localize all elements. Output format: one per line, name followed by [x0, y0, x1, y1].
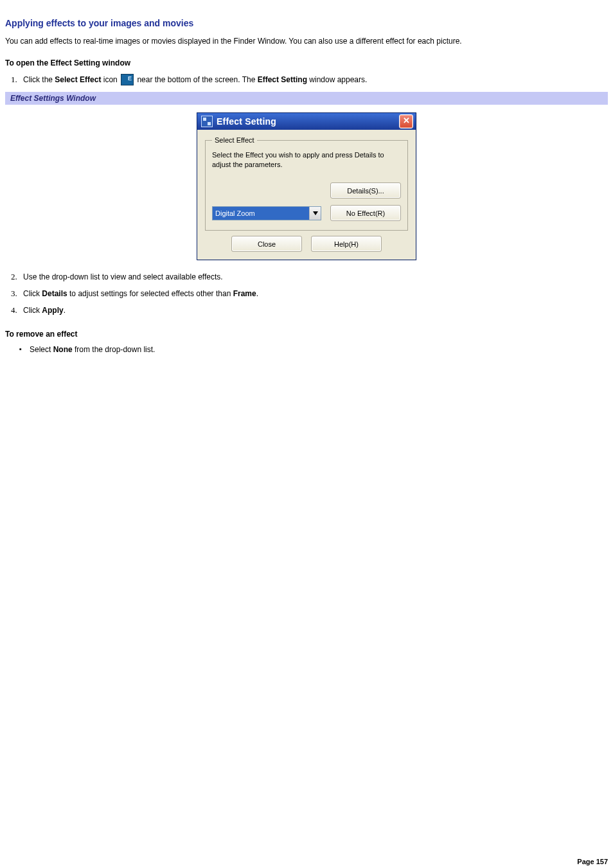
- step3-b2: Frame: [233, 289, 256, 298]
- step4-pre: Click: [23, 306, 42, 315]
- group-legend: Select Effect: [212, 136, 257, 144]
- no-effect-button[interactable]: No Effect(R): [330, 205, 401, 221]
- step4-tail: .: [64, 306, 66, 315]
- close-button[interactable]: Close: [231, 236, 302, 252]
- step1-bold1: Select Effect: [55, 75, 101, 84]
- close-icon[interactable]: ✕: [399, 114, 413, 128]
- figure-caption: Effect Settings Window: [5, 92, 608, 105]
- chevron-down-icon[interactable]: [309, 207, 321, 220]
- svg-marker-0: [313, 211, 318, 215]
- step3-mid: to adjust settings for selected effects …: [67, 289, 233, 298]
- intro-paragraph: You can add effects to real-time images …: [5, 36, 608, 47]
- effect-setting-dialog: Effect Setting ✕ Select Effect Select th…: [197, 112, 416, 260]
- step4-b1: Apply: [42, 306, 63, 315]
- dialog-title: Effect Setting: [217, 116, 399, 127]
- select-effect-group: Select Effect Select the Effect you wish…: [205, 136, 408, 231]
- section-remove-heading: To remove an effect: [5, 330, 608, 339]
- step3-b1: Details: [42, 289, 67, 298]
- group-description: Select the Effect you wish to apply and …: [212, 150, 401, 170]
- step1-tail: window appears.: [307, 75, 367, 84]
- step-1: Click the Select Effect icon near the bo…: [23, 75, 367, 84]
- remove-tail: from the drop-down list.: [73, 345, 155, 354]
- step-3: Click Details to adjust settings for sel…: [23, 289, 258, 298]
- step3-pre: Click: [23, 289, 42, 298]
- step1-pre: Click the: [23, 75, 55, 84]
- step-4: Click Apply.: [23, 306, 66, 315]
- page-title: Applying effects to your images and movi…: [5, 18, 608, 28]
- step1-bold2: Effect Setting: [258, 75, 307, 84]
- effect-dropdown-value: Digital Zoom: [213, 207, 309, 220]
- remove-b1: None: [53, 345, 73, 354]
- remove-effect-item: Select None from the drop-down list.: [19, 345, 608, 354]
- step1-post: near the bottom of the screen. The: [135, 75, 258, 84]
- dialog-app-icon: [201, 116, 213, 127]
- section-open-heading: To open the Effect Setting window: [5, 58, 608, 67]
- step3-tail: .: [256, 289, 258, 298]
- dialog-titlebar: Effect Setting ✕: [197, 113, 416, 130]
- step1-mid: icon: [101, 75, 120, 84]
- remove-pre: Select: [30, 345, 53, 354]
- page-number: Page 157: [577, 858, 608, 865]
- effect-dropdown[interactable]: Digital Zoom: [212, 206, 321, 220]
- step-2: Use the drop-down list to view and selec…: [23, 272, 223, 281]
- help-button[interactable]: Help(H): [311, 236, 382, 252]
- details-button[interactable]: Details(S)...: [330, 182, 401, 199]
- select-effect-icon: [121, 74, 134, 85]
